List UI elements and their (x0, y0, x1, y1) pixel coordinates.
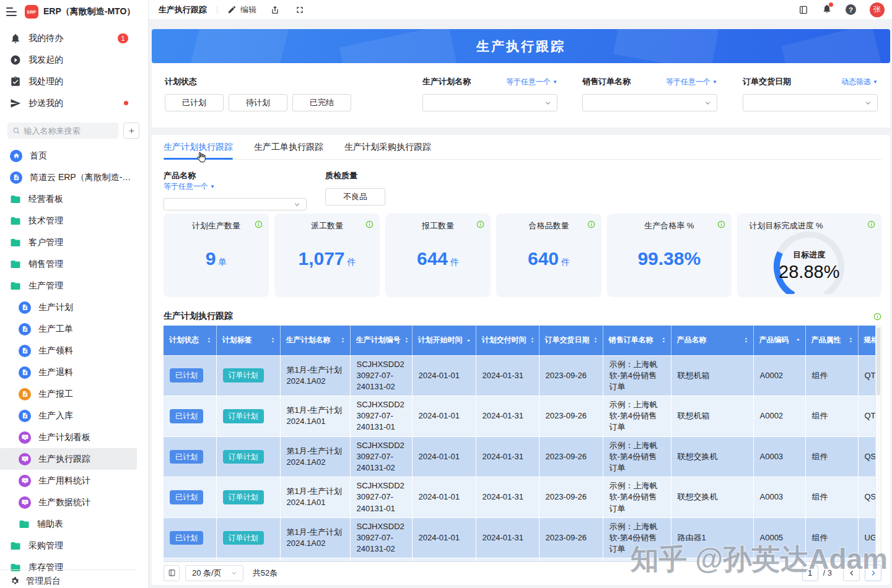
col-header-7[interactable]: 销售订单名称 (603, 326, 671, 355)
col-header-3[interactable]: 生产计划编号 (350, 326, 412, 355)
sort-icon[interactable] (206, 337, 212, 344)
delivery-date-operator[interactable]: 动态筛选▼ (841, 77, 878, 87)
order-name-select[interactable] (582, 94, 717, 111)
sidebar-item-1[interactable]: 简道云 ERP（离散制造-MTO）... (0, 166, 148, 188)
col-header-0[interactable]: 计划状态 (164, 326, 216, 355)
sort-icon[interactable] (339, 337, 346, 344)
table-row[interactable]: 已计划订单计划第1月-生产计划 2024.1A02SCJHXSDD230927-… (164, 436, 881, 477)
share-icon[interactable] (270, 5, 280, 15)
sidebar-item-17[interactable]: 辅助表 (0, 513, 148, 535)
workflow-item-0[interactable]: 我的待办 1 (0, 27, 148, 49)
info-icon[interactable] (867, 220, 875, 228)
table-row[interactable]: 已计划订单计划第1月-生产计划 2024.1A02SCJHXSDD230927-… (164, 517, 881, 558)
user-avatar[interactable]: 张 (870, 2, 885, 17)
table-row[interactable]: 已计划订单计划第1月-生产计划 2024.1A01SCJHXSDD230927-… (164, 477, 881, 518)
table-row[interactable]: 已计划订单计划第1月-生产计划 2024.1A02SCJHXSDD230927-… (164, 355, 881, 396)
table-scroll-area[interactable]: 计划状态计划标签生产计划名称生产计划编号计划开始时间计划交付时间订单交货日期销售… (164, 326, 881, 561)
todo-count-badge: 1 (118, 33, 128, 43)
col-header-8[interactable]: 产品名称 (671, 326, 753, 355)
sidebar-item-15[interactable]: 生产用料统计 (0, 470, 148, 491)
prev-page-button[interactable] (843, 564, 860, 581)
delivery-date-select[interactable] (743, 94, 878, 111)
info-icon[interactable] (476, 220, 484, 228)
doc-icon (19, 388, 31, 400)
plan-name-operator[interactable]: 等于任意一个▼ (506, 77, 558, 87)
chevron-down-icon (864, 99, 872, 107)
sidebar-item-16[interactable]: 生产数据统计 (0, 491, 148, 513)
tab-0[interactable]: 生产计划执行跟踪 (164, 135, 233, 159)
product-name-select[interactable] (164, 198, 307, 210)
column-settings-button[interactable] (164, 565, 180, 581)
sidebar-item-13[interactable]: 生产计划看板 (0, 426, 148, 448)
sort-icon[interactable] (592, 337, 599, 344)
add-button[interactable] (123, 123, 139, 139)
info-icon[interactable] (717, 220, 725, 228)
sort-icon[interactable] (795, 337, 802, 344)
tag-badge: 订单计划 (223, 490, 264, 504)
collapse-menu-icon[interactable] (6, 7, 17, 16)
sidebar-item-11[interactable]: 生产报工 (0, 383, 148, 405)
fullscreen-icon[interactable] (295, 5, 305, 15)
sidebar-item-5[interactable]: 销售管理 (0, 253, 148, 275)
sub-filter-row: 产品名称 等于任意一个▼ 质检质量 不良品 (164, 160, 881, 210)
folder-icon (19, 519, 30, 530)
sidebar-item-10[interactable]: 生产退料 (0, 361, 148, 383)
workflow-item-3[interactable]: 抄送我的 (0, 92, 148, 114)
sidebar-item-7[interactable]: 生产计划 (0, 296, 148, 318)
sort-icon[interactable] (847, 337, 854, 344)
edit-button[interactable]: 编辑 (227, 4, 256, 15)
sidebar-header: ERP ERP（离散制造-MTO） (0, 1, 148, 22)
search-input[interactable] (24, 126, 113, 136)
sort-icon[interactable] (660, 337, 667, 344)
help-button[interactable]: ? (846, 4, 856, 15)
sidebar-item-9[interactable]: 生产领料 (0, 340, 148, 361)
filter-label-quality: 质检质量 (325, 170, 385, 182)
page-size-select[interactable]: 20 条/页 (185, 565, 243, 581)
workflow-item-2[interactable]: 我处理的 (0, 71, 148, 92)
sidebar-item-0[interactable]: 首页 (0, 145, 148, 166)
sort-icon[interactable] (465, 337, 472, 344)
info-icon[interactable] (587, 220, 595, 228)
sidebar-item-2[interactable]: 经营看板 (0, 188, 148, 210)
plan-name-select[interactable] (422, 94, 558, 111)
product-name-operator[interactable]: 等于任意一个▼ (164, 181, 307, 192)
plan-status-option-1[interactable]: 待计划 (229, 94, 287, 111)
tag-badge: 订单计划 (223, 409, 264, 423)
tab-1[interactable]: 生产工单执行跟踪 (254, 135, 323, 159)
sidebar-item-14[interactable]: 生产执行跟踪 (0, 448, 137, 470)
sidebar-item-3[interactable]: 技术管理 (0, 210, 148, 231)
sidebar-search[interactable] (7, 123, 118, 139)
sort-icon[interactable] (529, 337, 536, 344)
col-header-1[interactable]: 计划标签 (216, 326, 280, 355)
panel-toggle-icon[interactable] (798, 5, 808, 15)
sidebar-item-18[interactable]: 采购管理 (0, 535, 148, 556)
info-icon[interactable] (255, 220, 263, 228)
sidebar-item-6[interactable]: 生产管理 (0, 275, 148, 296)
sort-icon[interactable] (403, 337, 410, 344)
col-header-9[interactable]: 产品编码 (753, 326, 805, 355)
col-header-2[interactable]: 生产计划名称 (280, 326, 350, 355)
table-row[interactable]: 已计划订单计划第1月-生产计划 2024.1A01SCJHXSDD230927-… (164, 396, 881, 437)
sidebar-item-4[interactable]: 客户管理 (0, 231, 148, 253)
sort-icon[interactable] (269, 337, 276, 344)
table-scrollbar[interactable] (875, 326, 881, 561)
next-page-button[interactable] (865, 564, 881, 581)
sort-icon[interactable] (743, 337, 750, 344)
current-page[interactable]: 1 (802, 565, 818, 581)
plan-status-option-0[interactable]: 已计划 (165, 94, 224, 111)
col-header-10[interactable]: 产品属性 (805, 326, 858, 355)
sidebar-item-8[interactable]: 生产工单 (0, 318, 148, 340)
tab-2[interactable]: 生产计划采购执行跟踪 (344, 135, 431, 159)
notifications-button[interactable] (822, 4, 832, 16)
defective-filter-button[interactable]: 不良品 (325, 188, 385, 205)
plan-status-option-2[interactable]: 已完结 (292, 94, 351, 111)
sidebar-item-12[interactable]: 生产入库 (0, 405, 148, 426)
sidebar-item-admin[interactable]: 管理后台 (0, 569, 137, 588)
order-name-operator[interactable]: 等于任意一个▼ (666, 77, 717, 87)
col-header-4[interactable]: 计划开始时间 (412, 326, 476, 355)
col-header-6[interactable]: 订单交货日期 (539, 326, 603, 355)
workflow-item-1[interactable]: 我发起的 (0, 49, 148, 71)
col-header-5[interactable]: 计划交付时间 (476, 326, 539, 355)
info-icon[interactable] (365, 220, 374, 228)
info-icon[interactable] (873, 313, 881, 321)
